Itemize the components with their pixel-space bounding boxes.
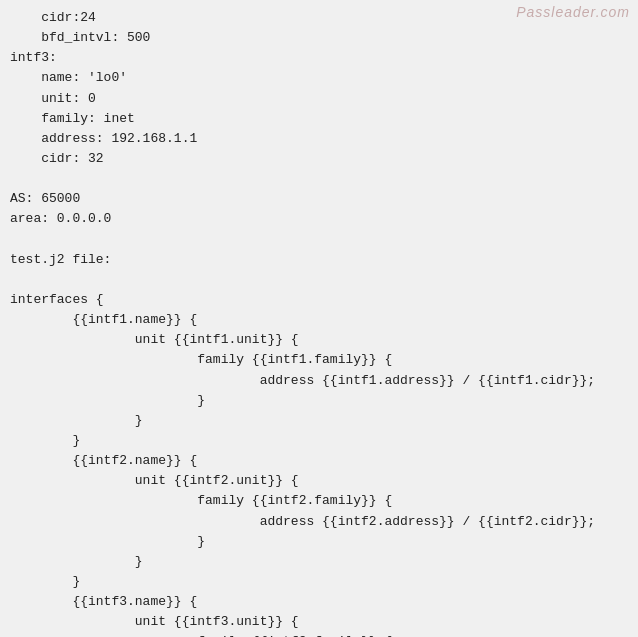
code-line: } [10,532,628,552]
code-line: } [10,411,628,431]
code-line: unit {{intf2.unit}} { [10,471,628,491]
code-line: address {{intf2.address}} / {{intf2.cidr… [10,512,628,532]
code-line: family: inet [10,109,628,129]
code-line: family {{intf3.family}} { [10,632,628,637]
code-line: AS: 65000 [10,189,628,209]
code-line: family {{intf2.family}} { [10,491,628,511]
code-line: unit: 0 [10,89,628,109]
code-line: } [10,572,628,592]
code-line: {{intf1.name}} { [10,310,628,330]
code-block: cidr:24 bfd_intvl: 500intf3: name: 'lo0'… [0,0,638,637]
code-line: family {{intf1.family}} { [10,350,628,370]
code-line [10,230,628,250]
code-line: name: 'lo0' [10,68,628,88]
code-line: } [10,552,628,572]
code-line: {{intf3.name}} { [10,592,628,612]
code-line: cidr: 32 [10,149,628,169]
code-line: address {{intf1.address}} / {{intf1.cidr… [10,371,628,391]
watermark: Passleader.com [516,4,630,20]
code-line [10,270,628,290]
code-line: address: 192.168.1.1 [10,129,628,149]
code-line: unit {{intf1.unit}} { [10,330,628,350]
code-line: intf3: [10,48,628,68]
code-line: interfaces { [10,290,628,310]
code-line: bfd_intvl: 500 [10,28,628,48]
code-line: area: 0.0.0.0 [10,209,628,229]
code-line: unit {{intf3.unit}} { [10,612,628,632]
code-line [10,169,628,189]
code-line: } [10,431,628,451]
code-line: } [10,391,628,411]
code-line: test.j2 file: [10,250,628,270]
watermark-text: Passleader.com [516,4,630,20]
code-line: {{intf2.name}} { [10,451,628,471]
